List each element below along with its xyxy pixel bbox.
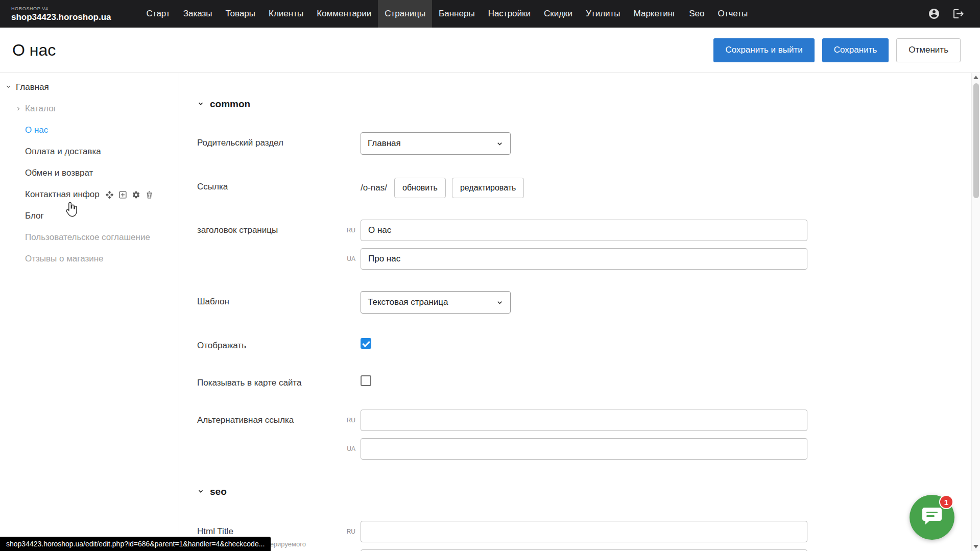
account-icon[interactable] — [928, 8, 940, 20]
lang-tag-ru: RU — [338, 227, 355, 234]
sidebar-item-label: Главная — [16, 82, 49, 92]
parent-section-select[interactable]: Главная — [361, 132, 511, 155]
link-status-tooltip: shop34423.horoshop.ua/edit/edit.php?id=6… — [0, 537, 271, 551]
nav-item-settings[interactable]: Настройки — [482, 0, 537, 28]
scroll-up-button[interactable] — [972, 73, 980, 82]
input-wrap-ua: UA — [361, 248, 807, 270]
nav-item-marketing[interactable]: Маркетинг — [627, 0, 683, 28]
header-actions: Сохранить и выйти Сохранить Отменить — [713, 38, 961, 62]
sidebar-item-obmen-i-vozvrat[interactable]: Обмен и возврат — [0, 162, 179, 184]
sidebar-item-o-nas[interactable]: О нас — [0, 119, 179, 141]
save-and-exit-button[interactable]: Сохранить и выйти — [713, 38, 814, 62]
sidebar-item-label: Пользовательское соглашение — [25, 232, 150, 243]
nav-item-seo[interactable]: Seo — [682, 0, 711, 28]
vertical-scrollbar[interactable] — [971, 73, 980, 551]
brand-version: HOROSHOP V4 — [11, 7, 111, 11]
sidebar-item-label: О нас — [25, 125, 48, 135]
nav-item-comments[interactable]: Комментарии — [310, 0, 378, 28]
save-button[interactable]: Сохранить — [822, 38, 889, 62]
scroll-up-icon — [973, 76, 978, 79]
chevron-right-icon — [15, 106, 21, 112]
link-path-value: /o-nas/ — [361, 183, 387, 193]
nav-item-reports[interactable]: Отчеты — [711, 0, 754, 28]
chat-widget-button[interactable]: 1 — [910, 495, 954, 540]
settings-gear-icon[interactable] — [132, 190, 140, 199]
template-select[interactable]: Текстовая страница — [361, 291, 511, 314]
scrollbar-thumb[interactable] — [973, 83, 979, 198]
sidebar-item-glavnaya[interactable]: Главная — [0, 77, 179, 98]
alt-link-ru-input[interactable] — [361, 410, 807, 431]
lang-inputs: RU UA — [361, 220, 807, 270]
brand-logo[interactable]: HOROSHOP V4 shop34423.horoshop.ua — [0, 7, 116, 21]
chat-unread-badge: 1 — [939, 495, 953, 509]
sitemap-checkbox[interactable] — [361, 375, 371, 386]
nav-item-banners[interactable]: Баннеры — [432, 0, 482, 28]
scroll-down-icon — [973, 545, 978, 548]
cancel-button[interactable]: Отменить — [896, 38, 961, 62]
sidebar-item-polzovatelskoe-soglashenie[interactable]: Пользовательское соглашение — [0, 227, 179, 248]
field-row-parent-section: Родительский раздел Главная — [197, 132, 939, 155]
section-toggle-common[interactable]: common — [197, 99, 939, 110]
pages-tree-sidebar: Главная Каталог О нас Оплата и доставка … — [0, 73, 179, 551]
lang-inputs: RU UA — [361, 410, 807, 460]
field-row-page-title: заголовок страницы RU UA — [197, 220, 939, 270]
field-row-html-title: Html Title Полная замена title, генериру… — [197, 521, 939, 551]
field-label: Альтернативная ссылка — [197, 410, 361, 460]
sidebar-item-oplata-i-dostavka[interactable]: Оплата и доставка — [0, 141, 179, 162]
nav-item-pages[interactable]: Страницы — [378, 0, 432, 28]
page-title: О нас — [12, 41, 56, 60]
section-title: common — [210, 99, 250, 110]
chevron-down-icon — [496, 140, 504, 148]
section-toggle-seo[interactable]: seo — [197, 486, 939, 497]
nav-item-products[interactable]: Товары — [219, 0, 262, 28]
move-icon[interactable] — [105, 190, 114, 199]
field-row-display: Отображать — [197, 335, 939, 351]
sidebar-item-label: Каталог — [25, 104, 57, 114]
nav-item-clients[interactable]: Клиенты — [262, 0, 310, 28]
lang-tag-ua: UA — [338, 255, 355, 262]
lang-tag-ua: UA — [338, 445, 355, 452]
page-title-ua-input[interactable] — [361, 248, 807, 270]
link-refresh-button[interactable]: обновить — [394, 178, 446, 198]
app-window: HOROSHOP V4 shop34423.horoshop.ua Старт … — [0, 0, 980, 551]
nav-item-orders[interactable]: Заказы — [177, 0, 219, 28]
field-row-alt-link: Альтернативная ссылка RU UA — [197, 410, 939, 460]
select-value: Текстовая страница — [368, 297, 448, 307]
field-label: Отображать — [197, 335, 361, 351]
input-wrap-ru: RU — [361, 220, 807, 241]
add-page-icon[interactable] — [118, 190, 127, 199]
sidebar-item-label: Оплата и доставка — [25, 147, 101, 157]
main-menu: Старт Заказы Товары Клиенты Комментарии … — [140, 0, 755, 28]
field-label: Шаблон — [197, 291, 361, 314]
sidebar-item-katalog[interactable]: Каталог — [0, 98, 179, 119]
field-label: Родительский раздел — [197, 132, 361, 155]
input-wrap-ru: RU — [361, 410, 807, 431]
html-title-ru-input[interactable] — [361, 521, 807, 542]
chevron-down-icon — [197, 486, 204, 497]
delete-trash-icon[interactable] — [145, 190, 154, 199]
select-value: Главная — [368, 138, 401, 149]
page-edit-form: common Родительский раздел Главная Ссылк… — [179, 73, 980, 551]
sidebar-item-kontaktnaya-informatsiya[interactable]: Контактная инфор — [0, 184, 179, 205]
field-label-text: Html Title — [197, 526, 361, 537]
field-row-template: Шаблон Текстовая страница — [197, 291, 939, 314]
chat-bubble-icon — [921, 506, 943, 529]
sidebar-item-otzyvy-o-magazine[interactable]: Отзывы о магазине — [0, 248, 179, 270]
alt-link-ua-input[interactable] — [361, 438, 807, 460]
sidebar-item-blog[interactable]: Блог — [0, 205, 179, 227]
display-checkbox[interactable] — [361, 338, 371, 349]
main-area: Главная Каталог О нас Оплата и доставка … — [0, 73, 980, 551]
nav-item-utilities[interactable]: Утилиты — [579, 0, 627, 28]
page-header: О нас Сохранить и выйти Сохранить Отмени… — [0, 28, 980, 73]
logout-icon[interactable] — [952, 8, 965, 20]
lang-tag-ru: RU — [338, 417, 355, 424]
field-row-link: Ссылка /o-nas/ обновить редактировать — [197, 176, 939, 198]
nav-item-start[interactable]: Старт — [140, 0, 177, 28]
field-row-sitemap: Показывать в карте сайта — [197, 372, 939, 388]
link-edit-button[interactable]: редактировать — [452, 178, 524, 198]
chevron-down-icon — [197, 99, 204, 110]
page-title-ru-input[interactable] — [361, 220, 807, 241]
nav-item-discounts[interactable]: Скидки — [537, 0, 579, 28]
sidebar-item-label: Обмен и возврат — [25, 168, 93, 178]
scroll-down-button[interactable] — [972, 542, 980, 551]
